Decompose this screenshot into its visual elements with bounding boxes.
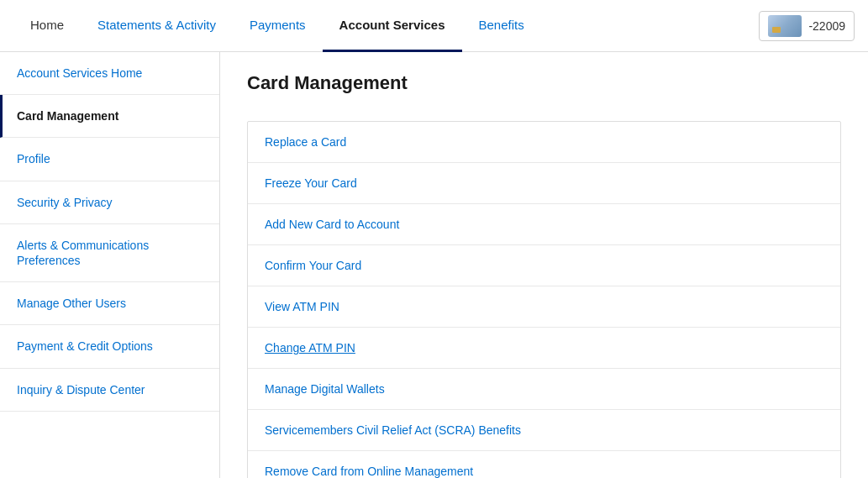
sidebar-item-manage-other-users[interactable]: Manage Other Users <box>0 282 219 325</box>
sidebar-item-profile[interactable]: Profile <box>0 138 219 181</box>
link-replace-card[interactable]: Replace a Card <box>248 122 840 163</box>
link-add-new-card[interactable]: Add New Card to Account <box>248 204 840 245</box>
sidebar: Account Services Home Card Management Pr… <box>0 52 220 478</box>
sidebar-item-security-privacy[interactable]: Security & Privacy <box>0 181 219 224</box>
nav-item-home[interactable]: Home <box>13 0 81 52</box>
sidebar-item-card-management[interactable]: Card Management <box>0 95 219 138</box>
content-links-list: Replace a Card Freeze Your Card Add New … <box>247 121 841 478</box>
link-confirm-card[interactable]: Confirm Your Card <box>248 245 840 286</box>
content-area: Card Management Replace a Card Freeze Yo… <box>220 52 868 478</box>
main-container: Account Services Home Card Management Pr… <box>0 52 868 478</box>
nav-links: Home Statements & Activity Payments Acco… <box>13 0 759 51</box>
sidebar-item-payment-credit-options[interactable]: Payment & Credit Options <box>0 325 219 368</box>
link-scra-benefits[interactable]: Servicemembers Civil Relief Act (SCRA) B… <box>248 410 840 451</box>
nav-item-account-services[interactable]: Account Services <box>323 0 462 52</box>
link-freeze-card[interactable]: Freeze Your Card <box>248 163 840 204</box>
link-change-atm-pin[interactable]: Change ATM PIN <box>248 328 840 369</box>
nav-item-benefits[interactable]: Benefits <box>462 0 541 52</box>
sidebar-item-account-services-home[interactable]: Account Services Home <box>0 52 219 95</box>
sidebar-item-inquiry-dispute[interactable]: Inquiry & Dispute Center <box>0 369 219 412</box>
nav-item-payments[interactable]: Payments <box>233 0 323 52</box>
link-remove-card-online[interactable]: Remove Card from Online Management <box>248 451 840 478</box>
top-navigation: Home Statements & Activity Payments Acco… <box>0 0 868 52</box>
card-icon <box>768 15 802 37</box>
nav-item-statements[interactable]: Statements & Activity <box>81 0 233 52</box>
link-view-atm-pin[interactable]: View ATM PIN <box>248 286 840 328</box>
link-manage-digital-wallets[interactable]: Manage Digital Wallets <box>248 369 840 410</box>
account-number: -22009 <box>808 19 845 33</box>
page-title: Card Management <box>247 72 841 104</box>
account-badge[interactable]: -22009 <box>759 11 855 41</box>
sidebar-item-alerts-communications[interactable]: Alerts & Communications Preferences <box>0 224 219 282</box>
